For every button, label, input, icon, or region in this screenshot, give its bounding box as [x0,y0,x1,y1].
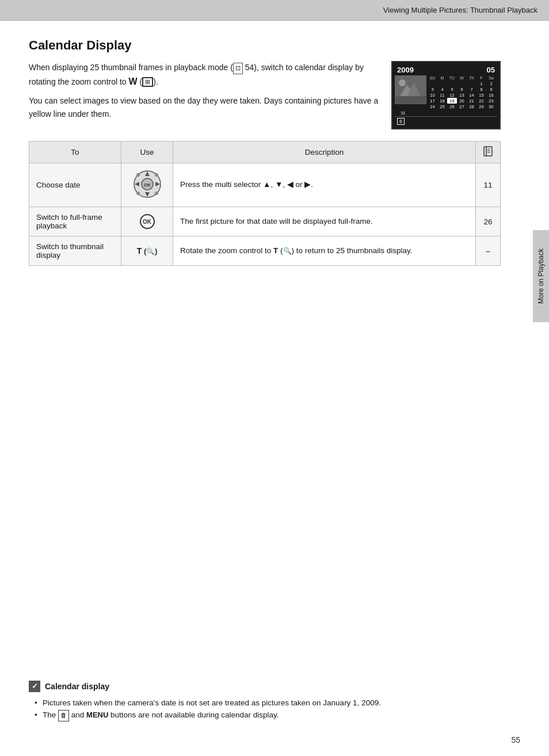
col-header-use: Use [121,142,173,163]
main-table: To Use Description Choose dat [29,141,501,266]
header-bar: Viewing Multiple Pictures: Thumbnail Pla… [0,0,549,21]
cal-footer: 6 [395,116,497,126]
intro-text: When displaying 25 thumbnail frames in p… [29,61,380,129]
t-inline-bold: T [273,246,278,255]
svg-rect-5 [484,147,492,156]
note-section: ✓ Calendar display Pictures taken when t… [29,681,532,721]
multi-selector-icon: OK [132,169,162,199]
header-title: Viewing Multiple Pictures: Thumbnail Pla… [383,6,537,14]
w-label: W [129,77,138,86]
cal-days-right: SUMTUWThFSa 12 3456789 10111213141516 17… [426,75,497,110]
main-content: Calendar Display When displaying 25 thum… [0,21,529,295]
page-title: Calendar Display [29,38,501,53]
w-box-icon: ⊞ [142,77,153,87]
cal-footer-num: 6 [397,118,405,125]
cell-use-3: T (🔍) [121,236,173,266]
svg-point-3 [399,79,406,86]
cell-desc-2: The first picture for that date will be … [173,207,476,236]
cell-desc-1: Press the multi selector ▲, ▼, ◀ or ▶. [173,163,476,207]
cal-photo [395,75,426,104]
magnify-icon-inline: 🔍 [283,247,292,255]
note-bullet-2: The 🗑 and MENU buttons are not available… [35,709,532,721]
q-icon: (🔍) [144,247,157,255]
table-body: Choose date OK [29,163,501,266]
side-tab: More on Playback [533,230,549,322]
table-row: Choose date OK [29,163,501,207]
book-icon [483,146,493,156]
page-number: 55 [511,735,520,744]
side-tab-label: More on Playback [537,249,545,304]
cell-to-2: Switch to full-frame playback [29,207,121,236]
cell-desc-3: Rotate the zoom control to T (🔍) to retu… [173,236,476,266]
cal-header: 2009 05 [395,64,497,75]
note-list: Pictures taken when the camera's date is… [29,697,532,721]
col-header-description: Description [173,142,476,163]
cell-use-1: OK [121,163,173,207]
intro-paragraph-1: When displaying 25 thumbnail frames in p… [29,61,380,89]
table-row: Switch to full-frame playback OK The fir… [29,207,501,236]
ok-label: OK [143,219,151,225]
table-row: Switch to thumbnail display T (🔍) Rotate… [29,236,501,266]
col-header-ref [476,142,501,163]
cell-to-3: Switch to thumbnail display [29,236,121,266]
calendar-image: 2009 05 [391,61,501,129]
menu-label: MENU [86,711,108,719]
svg-point-19 [136,192,140,195]
svg-point-20 [155,192,158,195]
cal-weekdays: SUMTUWThFSa [428,76,496,80]
cal-body: SUMTUWThFSa 12 3456789 10111213141516 17… [395,75,497,116]
note-title: Calendar display [45,682,109,691]
cal-last-row: 31 [395,110,497,116]
svg-point-18 [155,173,158,177]
trash-icon: 🗑 [58,710,69,721]
cell-to-1: Choose date [29,163,121,207]
note-header: ✓ Calendar display [29,681,532,692]
cal-month: 05 [487,66,495,74]
intro-section: When displaying 25 thumbnail frames in p… [29,61,501,129]
t-bold-label: T [137,246,142,255]
cell-ref-2: 26 [476,207,501,236]
col-header-to: To [29,142,121,163]
cell-ref-3: – [476,236,501,266]
t-zoom-icon: T (🔍) [137,246,157,255]
svg-point-17 [136,173,140,177]
svg-rect-4 [395,96,426,104]
cal-photo-row: SUMTUWThFSa 12 3456789 10111213141516 17… [395,75,497,110]
cell-use-2: OK [121,207,173,236]
cal-grid: 12 3456789 10111213141516 17181920212223… [428,81,496,109]
cal-year: 2009 [397,66,414,74]
table-header-row: To Use Description [29,142,501,163]
table-header: To Use Description [29,142,501,163]
svg-text:OK: OK [144,182,151,188]
note-bullet-1: Pictures taken when the camera's date is… [35,697,532,709]
ok-button-icon: OK [140,214,155,229]
page-ref-54: ⊡ [233,63,243,74]
cell-ref-1: 11 [476,163,501,207]
note-icon: ✓ [29,681,40,692]
intro-paragraph-2: You can select images to view based on t… [29,94,380,120]
